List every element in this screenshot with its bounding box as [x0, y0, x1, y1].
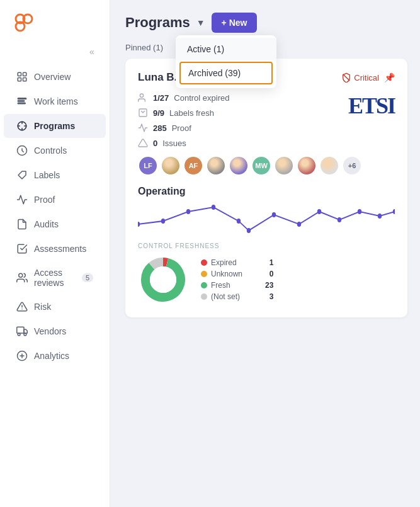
sidebar-item-label: Work items	[34, 96, 78, 106]
main-content: Programs ▼ + New Active (1) Archived (39…	[110, 0, 420, 507]
legend-row: Unknown 0	[201, 270, 273, 278]
sidebar-item-label: Audits	[34, 219, 59, 229]
avatar	[161, 156, 181, 176]
stat-label: Labels fresh	[169, 108, 214, 118]
sidebar-item-work-items[interactable]: Work items	[4, 89, 106, 113]
line-chart	[138, 202, 395, 240]
svg-point-23	[212, 205, 215, 210]
nav-items-container: Overview Work items Programs Controls La…	[0, 64, 110, 368]
svg-point-19	[140, 94, 143, 97]
sidebar-item-assessments[interactable]: Assessments	[4, 237, 106, 261]
sidebar-header: «	[0, 44, 110, 64]
control-freshness-label: CONTROL FRESHNESS	[138, 242, 395, 249]
stat-value: 0	[153, 139, 157, 148]
svg-rect-4	[23, 72, 26, 76]
sidebar-item-analytics[interactable]: Analytics	[4, 344, 106, 368]
avatar	[229, 156, 249, 176]
sidebar-item-label: Analytics	[34, 351, 69, 361]
sidebar-item-label: Vendors	[34, 326, 66, 336]
avatar: MW	[251, 156, 271, 176]
avatars-row: LFAFMW+6	[138, 156, 395, 176]
dropdown-arrow-icon[interactable]: ▼	[196, 18, 205, 28]
pin-icon: 📌	[384, 72, 395, 83]
sidebar-item-label: Overview	[34, 72, 71, 82]
sidebar-item-labels[interactable]: Labels	[4, 163, 106, 187]
svg-rect-9	[18, 103, 25, 104]
sidebar-item-proof[interactable]: Proof	[4, 188, 106, 212]
avatar: LF	[138, 156, 158, 176]
svg-point-33	[150, 266, 176, 293]
legend-row: Expired 1	[201, 258, 273, 267]
legend-dot	[201, 293, 207, 300]
dropdown-active-item[interactable]: Active (1)	[176, 38, 276, 60]
collapse-button[interactable]: «	[84, 44, 99, 59]
legend-name: (Not set)	[211, 292, 259, 301]
risk-icon	[16, 301, 28, 312]
stat-row: 285 Proof	[138, 123, 348, 133]
programs-icon	[16, 120, 28, 132]
svg-point-21	[161, 219, 165, 224]
svg-rect-8	[18, 101, 25, 102]
svg-point-29	[338, 217, 341, 222]
svg-point-31	[378, 214, 382, 219]
legend-dot	[201, 259, 207, 266]
sidebar-item-label: Risk	[34, 302, 51, 312]
legend-list: Expired 1 Unknown 0 Fresh 23 (Not set) 3	[201, 258, 273, 301]
svg-point-27	[297, 222, 301, 227]
avatar-more: +6	[342, 156, 362, 176]
svg-point-26	[272, 212, 276, 217]
dropdown-archived-item[interactable]: Archived (39)	[179, 62, 273, 84]
sidebar-item-programs[interactable]: Programs	[4, 114, 106, 138]
stat-icon-3	[138, 138, 148, 148]
stat-value: 285	[153, 123, 167, 133]
legend-value: 23	[259, 281, 273, 290]
stats-list: 1/27 Control expired 9/9 Labels fresh 28…	[138, 93, 348, 148]
stat-row: 9/9 Labels fresh	[138, 108, 348, 118]
legend-name: Unknown	[211, 270, 259, 278]
stat-icon-2	[138, 123, 148, 133]
sidebar-item-overview[interactable]: Overview	[4, 65, 106, 89]
legend-value: 0	[263, 270, 274, 278]
sidebar-item-label: Programs	[34, 121, 75, 131]
etsi-logo: ETSI	[348, 93, 395, 119]
vendors-icon	[16, 326, 28, 337]
svg-point-28	[317, 209, 321, 214]
stat-icon-1	[138, 108, 148, 118]
svg-line-18	[343, 74, 350, 81]
sidebar-item-risk[interactable]: Risk	[4, 295, 106, 319]
overview-icon	[16, 71, 28, 83]
sidebar-item-access-reviews[interactable]: Access reviews 5	[4, 261, 106, 294]
legend-name: Fresh	[211, 281, 255, 290]
svg-point-32	[393, 209, 395, 214]
operating-label: Operating	[138, 186, 395, 197]
shield-off-icon	[341, 72, 351, 83]
work-items-icon	[16, 96, 28, 107]
new-button[interactable]: + New	[212, 13, 258, 33]
legend-dot	[201, 282, 207, 288]
card-badges: Critical 📌	[341, 72, 395, 83]
programs-header: Programs ▼ + New Active (1) Archived (39…	[125, 13, 407, 33]
stat-value: 9/9	[153, 108, 164, 118]
legend-dot	[201, 271, 207, 277]
badge-access-reviews: 5	[82, 273, 93, 282]
sidebar-item-controls[interactable]: Controls	[4, 139, 106, 162]
legend-name: Expired	[211, 258, 259, 267]
sidebar-item-audits[interactable]: Audits	[4, 212, 106, 236]
freshness-section: Expired 1 Unknown 0 Fresh 23 (Not set) 3	[138, 254, 395, 305]
sidebar-item-label: Assessments	[34, 244, 86, 254]
stat-label: Control expired	[174, 93, 229, 103]
labels-icon	[16, 169, 28, 181]
sidebar-item-label: Controls	[34, 145, 67, 156]
access-reviews-icon	[16, 272, 28, 283]
svg-rect-6	[23, 78, 26, 81]
svg-rect-5	[18, 78, 21, 81]
donut-chart	[138, 254, 188, 305]
donut-svg	[138, 254, 188, 305]
svg-point-22	[186, 209, 190, 214]
sidebar-item-vendors[interactable]: Vendors	[4, 319, 106, 343]
svg-rect-14	[17, 327, 24, 333]
analytics-icon	[16, 350, 28, 362]
sidebar-item-label: Labels	[34, 170, 60, 180]
status-dropdown: Active (1) Archived (39)	[176, 35, 276, 88]
page-title: Programs	[125, 14, 190, 31]
